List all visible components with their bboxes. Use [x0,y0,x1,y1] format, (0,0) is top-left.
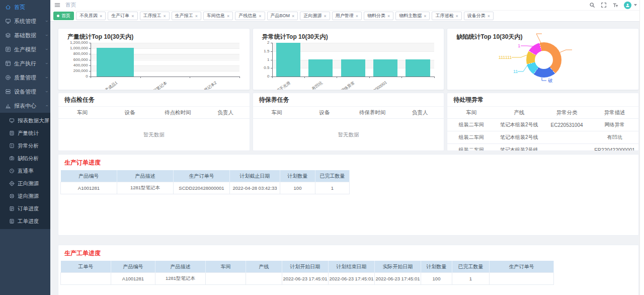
sidebar-item-equipment-management[interactable]: 设备管理› [0,85,50,99]
menu-fold-icon[interactable] [54,2,60,8]
bar-外观不光滑[interactable] [276,43,300,77]
table-cell: EC220531004 [543,119,591,131]
production-workorder-progress-panel: 生产工单进度 工单号产品编号产品描述车间产线计划开始日期计划结束日期实际开始日期… [58,245,639,295]
tab-close-icon[interactable]: × [324,14,326,19]
tab-line-info[interactable]: 产线信息× [235,12,265,20]
tab-equipment-category[interactable]: 设备分类× [464,12,494,20]
sidebar-submenu: 报表数据大屏产量统计异常分析缺陷分析直通率正向溯源逆向溯源订单进度工单进度 [0,113,50,229]
tab-product-bom[interactable]: 产品BOM× [267,12,298,20]
home-icon [5,4,11,10]
table-header-row: 车间设备待点检时间负责人 [58,107,250,119]
bar-网络异常[interactable] [341,59,365,77]
tab-process-inspection[interactable]: 工序巡检× [432,12,461,20]
font-size-icon[interactable] [612,2,618,8]
sidebar-subitem-label: 正向溯源 [18,180,50,187]
user-avatar[interactable] [624,2,631,9]
sidebar-subitem-output-statistics[interactable]: 产量统计 [0,127,50,139]
donut-slice-label: 11 [505,69,518,74]
y-axis-tick-label: 0 [86,75,88,79]
sidebar-item-home[interactable]: 首页 [0,0,50,14]
y-axis-tick-label: 0.5 [264,66,269,70]
y-axis-tick-label: 1,000,000 [70,46,88,50]
sidebar-subitem-label: 报表数据大屏 [18,117,50,124]
sidebar-subitem-report-screen[interactable]: 报表数据大屏 [0,114,50,127]
table-cell: 1281型笔记本 [117,182,174,194]
column-header: 产线 [246,261,282,273]
output-bar-chart: 0200,000400,000600,000800,0001,000,0001,… [63,41,245,90]
tab-label: 产品BOM [271,13,290,19]
bar-ER220422000001[interactable] [373,59,397,77]
donut-ring[interactable] [526,42,561,78]
task-panels-row: 待点检任务 车间设备待点检时间负责人暂无数据 待保养任务 车间设备待保养时间负责… [58,93,639,151]
sidebar-item-report-center[interactable]: 报表中心› [0,99,50,113]
tabs-bar: 首页不良原因×生产订单×工序报工×生产报工×车间信息×产线信息×产品BOM×正向… [50,10,644,22]
tab-workshop-info[interactable]: 车间信息× [203,12,233,20]
sidebar-subitem-defect-analysis[interactable]: 缺陷分析 [0,152,50,165]
column-header: 实际开始日期 [375,261,421,273]
defect-donut-area: 破111111111 [447,29,638,90]
output-statistics-card: 产量统计Top 10(30天内) 0200,000400,000600,0008… [58,28,250,90]
pending-maintenance-table: 车间设备待保养时间负责人暂无数据 [253,106,444,151]
table-cell: 2022-04-28 03:42:33 [230,182,280,194]
sidebar-subitem-order-progress[interactable]: 订单进度 [0,202,50,215]
tab-close-icon[interactable]: × [259,14,261,19]
tab-material-category[interactable]: 物料分类× [364,12,393,20]
tab-close-icon[interactable]: × [387,14,390,19]
column-header: 异常描述 [591,107,638,119]
tab-forward-trace[interactable]: 正向溯源× [300,12,330,20]
sidebar-item-production-model[interactable]: 生产模型› [0,42,50,56]
scrollbar-track[interactable] [639,0,644,295]
y-axis-line [272,43,273,77]
table-cell [490,273,554,285]
tab-close-icon[interactable]: × [227,14,229,19]
sidebar-subitem-anomaly-analysis[interactable]: 异常分析 [0,139,50,152]
sidebar-subitem-forward-trace[interactable]: 正向溯源 [0,177,50,190]
column-header: 产线 [495,107,543,119]
tab-close-icon[interactable]: × [455,14,458,19]
tab-home[interactable]: 首页 [53,12,74,20]
table-cell: 笔记本组装2号线 [495,144,543,152]
tab-defect-reason[interactable]: 不良原因× [76,12,106,20]
table-cell: 2022-06-23 17:45:01 [375,273,421,285]
sidebar-item-production-execution[interactable]: 生产执行› [0,56,50,70]
tab-label: 物料分类 [367,13,385,19]
tab-close-icon[interactable]: × [488,14,490,19]
sidebar-item-quality-management[interactable]: 质量管理› [0,70,50,85]
tab-close-icon[interactable]: × [424,14,426,19]
tab-user-management[interactable]: 用户管理× [332,12,362,20]
tab-label: 生产报工 [175,13,193,19]
sidebar-subitem-workorder-progress[interactable]: 工单进度 [0,215,50,228]
fullscreen-icon[interactable] [601,2,607,8]
tab-close-icon[interactable]: × [292,14,294,19]
tab-production-report[interactable]: 生产报工× [172,12,201,20]
caret-down-icon[interactable] [634,4,637,6]
sidebar-item-system-management[interactable]: 系统管理› [0,14,50,28]
tab-close-icon[interactable]: × [195,14,198,19]
tab-material-master[interactable]: 物料主数据× [395,12,430,20]
sidebar-subitem-label: 工单进度 [18,218,50,225]
x-axis-tick [401,77,402,78]
tab-close-icon[interactable]: × [100,14,102,19]
sidebar-subitem-label: 直通率 [18,168,50,175]
table-cell: 组装二车间 [447,144,495,152]
column-header: 生产订单号 [174,170,230,182]
topbar: 首页 [50,0,644,10]
chevron-down-icon: › [44,49,49,50]
tab-close-icon[interactable]: × [131,14,134,19]
sidebar-item-base-data[interactable]: 基础数据› [0,28,50,42]
tab-process-report[interactable]: 工序报工× [140,12,170,20]
table-row: 组装二车间笔记本组装2号线EC220531004网络异常 [447,119,638,131]
x-axis-tick [91,77,91,78]
tab-close-icon[interactable]: × [164,14,166,19]
bar-产成品1[interactable] [97,48,134,77]
table-cell [206,273,246,285]
bar-有凹坑[interactable] [308,59,333,77]
bar-unlabeled[interactable] [406,59,430,77]
table-cell: ER220422000001 [591,144,638,152]
search-icon[interactable] [589,2,595,8]
sidebar-subitem-reverse-trace[interactable]: 逆向溯源 [0,190,50,202]
sidebar-subitem-first-pass-yield[interactable]: 直通率 [0,165,50,177]
sidebar-item-label: 设备管理 [14,88,46,96]
tab-production-order[interactable]: 生产订单× [108,12,137,20]
tab-close-icon[interactable]: × [356,14,358,19]
